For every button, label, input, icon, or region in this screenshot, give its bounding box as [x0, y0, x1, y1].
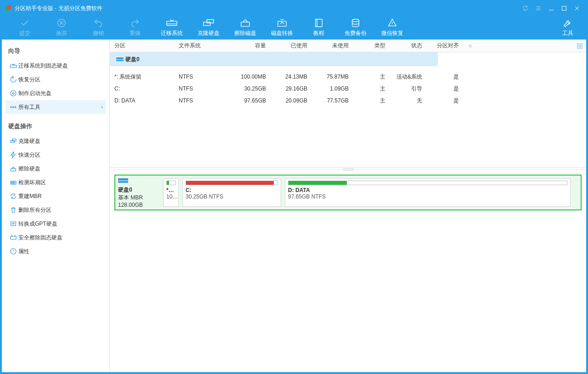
migrate-icon: [8, 62, 18, 69]
sidebar-item[interactable]: 迁移系统到固态硬盘: [6, 59, 106, 73]
col-capacity[interactable]: 容量: [229, 42, 271, 50]
recover-icon: [8, 76, 18, 83]
sidebar-item[interactable]: 擦除硬盘: [6, 162, 106, 176]
sidebar-item[interactable]: 重建MBR: [6, 189, 106, 203]
quick-icon: [8, 151, 18, 159]
svg-point-10: [352, 19, 359, 22]
rebuild-icon: [8, 193, 18, 200]
svg-rect-11: [10, 65, 16, 68]
view-mode-icon[interactable]: [573, 43, 586, 49]
app-logo-icon: [5, 5, 12, 12]
col-partition[interactable]: 分区: [110, 42, 174, 50]
sidebar-item[interactable]: 删除所有分区: [6, 203, 106, 217]
recover-icon: [387, 17, 397, 28]
discard-button[interactable]: 放弃: [43, 15, 80, 40]
sidebar-item[interactable]: 制作启动光盘: [6, 86, 106, 100]
sidebar-wizard-title: 向导: [6, 43, 106, 59]
col-unused[interactable]: 未使用: [312, 42, 353, 50]
col-used[interactable]: 已使用: [271, 42, 312, 50]
sidebar-item[interactable]: 属性: [6, 244, 106, 258]
wechat-recover-button[interactable]: 微信恢复: [374, 15, 411, 40]
col-fs[interactable]: 文件系统: [174, 42, 229, 50]
svg-rect-9: [316, 19, 322, 27]
window-title: 分区助手专业版 - 无损分区免费软件: [15, 5, 102, 12]
col-status[interactable]: 状态: [390, 42, 427, 50]
svg-rect-22: [11, 236, 16, 239]
badsector-icon: [8, 179, 18, 186]
disk-map-partition[interactable]: *:…10…: [163, 178, 179, 207]
book-icon: [314, 17, 324, 28]
svg-rect-19: [11, 169, 16, 171]
sidebar-item[interactable]: 快速分区: [6, 148, 106, 162]
wipe-icon: [239, 17, 251, 28]
sidebar-item[interactable]: 克隆硬盘: [6, 134, 106, 148]
svg-point-15: [13, 107, 14, 108]
svg-point-14: [11, 107, 12, 108]
backup-button[interactable]: 免费备份: [337, 15, 374, 40]
sidebar-ops-title: 硬盘操作: [6, 119, 106, 134]
sidebar-item[interactable]: 转换成GPT硬盘: [6, 217, 106, 231]
col-type[interactable]: 类型: [353, 42, 390, 50]
sidebar: 向导 迁移系统到固态硬盘恢复分区制作启动光盘所有工具› 硬盘操作 克隆硬盘快速分…: [2, 40, 109, 372]
minimize-button[interactable]: [545, 2, 558, 15]
disk-map-row[interactable]: 硬盘0 基本 MBR 128.00GB *:…10…C:30.25GB NTFS…: [114, 175, 582, 210]
sidebar-item[interactable]: 恢复分区: [6, 73, 106, 86]
disk-map-partition[interactable]: C:30.25GB NTFS: [182, 178, 281, 207]
partition-row[interactable]: D: DATANTFS97.65GB20.09GB77.57GB主无是: [110, 95, 586, 107]
convert-button[interactable]: 磁盘转换: [264, 15, 300, 40]
close-button[interactable]: [571, 2, 583, 15]
convert-icon: [276, 17, 288, 28]
undo-button[interactable]: 撤销: [80, 15, 117, 40]
backup-icon: [350, 17, 361, 28]
cancel-icon: [57, 17, 67, 28]
gpt-icon: [8, 220, 18, 227]
undo-icon: [93, 17, 103, 28]
svg-rect-24: [577, 43, 579, 45]
svg-rect-31: [118, 181, 128, 181]
migrate-icon: [166, 17, 178, 28]
disk-header-label: 硬盘0: [125, 56, 140, 63]
partition-row[interactable]: *: 系统保留NTFS100.00MB24.13MB75.87MB主活动&系统是: [110, 71, 586, 83]
svg-rect-25: [580, 43, 582, 45]
sidebar-item[interactable]: 所有工具›: [6, 100, 106, 114]
redo-icon: [130, 17, 140, 28]
svg-rect-7: [241, 22, 249, 26]
disk-map-partition[interactable]: D: DATA97.65GB NTFS: [285, 178, 571, 207]
chevron-right-icon: ›: [101, 104, 103, 110]
svg-point-1: [7, 5, 11, 10]
check-icon: [20, 17, 30, 28]
wipe-button[interactable]: 擦除磁盘: [227, 15, 264, 40]
commit-button[interactable]: 提交: [6, 15, 43, 40]
sidebar-item[interactable]: 安全擦除固态硬盘: [6, 231, 106, 244]
partition-row[interactable]: C:NTFS30.25GB29.16GB1.09GB主引导是: [110, 83, 586, 95]
wipe-icon: [8, 165, 18, 172]
col-align[interactable]: 分区对齐: [427, 42, 464, 50]
clone-icon: [203, 17, 215, 28]
migrate-button[interactable]: 迁移系统: [153, 15, 190, 40]
refresh-icon[interactable]: [519, 2, 532, 15]
redo-button[interactable]: 重做: [117, 15, 153, 40]
menu-icon[interactable]: [532, 2, 545, 15]
props-icon: [8, 248, 18, 255]
disk-map: 硬盘0 基本 MBR 128.00GB *:…10…C:30.25GB NTFS…: [110, 170, 586, 372]
svg-rect-29: [116, 59, 124, 60]
svg-rect-27: [580, 46, 582, 48]
clone-button[interactable]: 克隆硬盘: [190, 15, 227, 40]
maximize-button[interactable]: [558, 2, 571, 15]
tools-button[interactable]: 工具: [549, 15, 586, 40]
titlebar: 分区助手专业版 - 无损分区免费软件: [2, 2, 586, 15]
svg-point-12: [11, 91, 16, 96]
disk-icon: [116, 57, 125, 62]
tutorial-button[interactable]: 教程: [300, 15, 337, 40]
svg-point-13: [12, 92, 14, 94]
collapse-columns-icon[interactable]: [464, 43, 476, 49]
svg-rect-26: [577, 46, 579, 48]
disk-header-row[interactable]: 硬盘0: [110, 52, 438, 66]
svg-rect-2: [562, 6, 566, 11]
ssd-icon: [8, 234, 18, 241]
svg-rect-21: [11, 222, 16, 226]
partition-columns-header: 分区 文件系统 容量 已使用 未使用 类型 状态 分区对齐: [110, 40, 586, 52]
bootdisc-icon: [8, 90, 18, 97]
pane-splitter[interactable]: [110, 167, 586, 170]
sidebar-item[interactable]: 检测坏扇区: [6, 176, 106, 189]
